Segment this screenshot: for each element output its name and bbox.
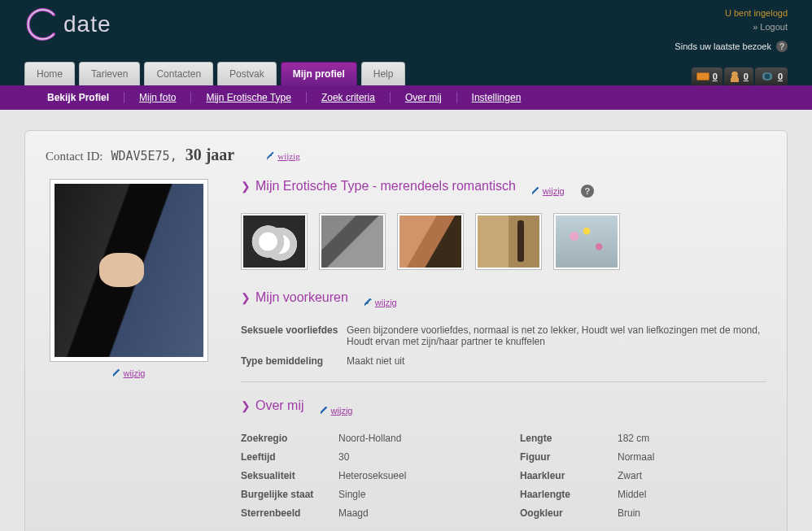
tab-contacten[interactable]: Contacten: [144, 62, 213, 85]
help-icon[interactable]: ?: [581, 185, 594, 198]
tab-help[interactable]: Help: [361, 62, 406, 85]
edit-photo-link[interactable]: wijzig: [113, 368, 146, 378]
section-preferences-title: Mijn voorkeuren: [241, 290, 348, 305]
sub-nav: Bekijk Profiel Mijn foto Mijn Erotische …: [0, 85, 812, 110]
subnav-zoek-criteria[interactable]: Zoek criteria: [307, 92, 391, 103]
logout-link[interactable]: » Logout: [753, 22, 788, 32]
since-visit-label: Sinds uw laatste bezoek: [674, 40, 771, 54]
edit-about-link[interactable]: wijzig: [321, 406, 353, 416]
contact-id-label: Contact ID:: [46, 150, 103, 163]
tab-tarieven[interactable]: Tarieven: [79, 62, 140, 85]
thumbnail-3[interactable]: [397, 213, 464, 270]
about-left-col: ZoekregioNoord-Holland Leeftijd30 Seksua…: [241, 433, 487, 526]
subnav-mijn-foto[interactable]: Mijn foto: [124, 92, 191, 103]
pref-key: Type bemiddeling: [241, 355, 347, 367]
main-tabs: Home Tarieven Contacten Postvak Mijn pro…: [24, 62, 405, 85]
mail-icon: [696, 72, 709, 81]
subnav-erotische-type[interactable]: Mijn Erotische Type: [191, 92, 307, 103]
logo-text: date: [63, 11, 111, 37]
thumbnail-2[interactable]: [319, 213, 386, 270]
logo-c-icon: [24, 7, 60, 42]
about-right-col: Lengte182 cm FiguurNormaal HaarkleurZwar…: [520, 433, 766, 526]
about-row: Lengte182 cm: [520, 433, 766, 444]
pref-value: Maakt niet uit: [347, 355, 766, 367]
about-row: HaarlengteMiddel: [520, 489, 766, 500]
about-row: OogkleurBruin: [520, 507, 766, 519]
login-status: U bent ingelogd: [674, 7, 788, 20]
help-icon[interactable]: ?: [776, 41, 788, 52]
pref-value: Geen bijzondere voorliefdes, normaal is …: [347, 324, 766, 347]
eye-icon: [760, 72, 775, 81]
about-row: FiguurNormaal: [520, 451, 766, 463]
tab-postvak[interactable]: Postvak: [217, 62, 277, 85]
counter-views[interactable]: 0: [755, 67, 788, 85]
contact-id-value: WDAV5E75,: [111, 149, 177, 163]
pref-key: Seksuele voorliefdes: [241, 324, 347, 347]
section-about-title: Over mij: [241, 398, 304, 413]
thumbnail-4[interactable]: [475, 213, 542, 270]
edit-preferences-link[interactable]: wijzig: [365, 298, 397, 307]
about-row: Leeftijd30: [241, 451, 487, 463]
counter-contacts[interactable]: 0: [724, 67, 753, 85]
site-logo[interactable]: date: [24, 7, 111, 42]
pref-row: Seksuele voorliefdes Geen bijzondere voo…: [241, 324, 766, 347]
about-row: ZoekregioNoord-Holland: [241, 433, 487, 444]
tab-mijn-profiel[interactable]: Mijn profiel: [281, 62, 357, 85]
user-info: U bent ingelogd » Logout Sinds uw laatst…: [674, 7, 788, 54]
thumbnail-5[interactable]: [553, 213, 620, 270]
section-erotic-type-title: Mijn Erotische Type - merendeels romanti…: [241, 179, 516, 194]
visit-counters: 0 0 0: [692, 67, 788, 85]
about-row: Burgelijke staatSingle: [241, 489, 487, 500]
edit-erotic-type-link[interactable]: wijzig: [532, 186, 565, 196]
subnav-instellingen[interactable]: Instellingen: [457, 92, 536, 103]
type-thumbnails: [241, 213, 766, 270]
person-icon: [729, 71, 740, 82]
edit-contact-link[interactable]: wijzig: [267, 151, 300, 161]
profile-age: 30 jaar: [186, 146, 235, 164]
about-row: SeksualiteitHeteroseksueel: [241, 470, 487, 481]
about-row: SterrenbeeldMaagd: [241, 507, 487, 519]
subnav-bekijk-profiel[interactable]: Bekijk Profiel: [33, 92, 124, 103]
panel-header: Contact ID: WDAV5E75, 30 jaar wijzig: [46, 146, 766, 164]
divider: [241, 381, 766, 382]
thumbnail-1[interactable]: [241, 213, 308, 270]
profile-panel: Contact ID: WDAV5E75, 30 jaar wijzig wij…: [24, 130, 788, 532]
counter-mail[interactable]: 0: [692, 67, 723, 85]
about-row: HaarkleurZwart: [520, 470, 766, 481]
subnav-over-mij[interactable]: Over mij: [391, 92, 457, 103]
pref-row: Type bemiddeling Maakt niet uit: [241, 355, 766, 367]
tab-home[interactable]: Home: [24, 62, 75, 85]
profile-photo[interactable]: [50, 179, 208, 362]
